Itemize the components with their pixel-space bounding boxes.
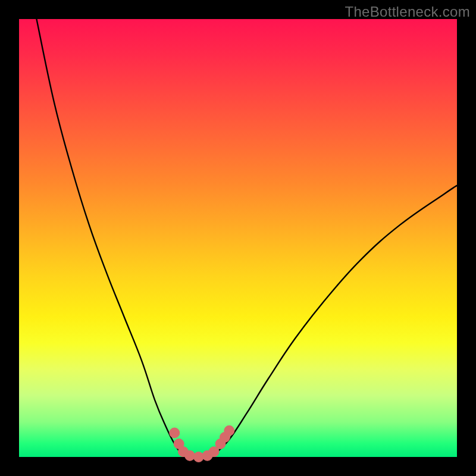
outer-frame: TheBottleneck.com	[0, 0, 476, 476]
valley-marker	[224, 425, 234, 436]
valley-markers	[170, 425, 234, 462]
watermark-text: TheBottleneck.com	[345, 4, 470, 20]
valley-marker	[193, 452, 203, 462]
valley-marker	[185, 450, 195, 461]
bottleneck-curve	[36, 19, 457, 458]
valley-marker	[170, 428, 180, 438]
chart-svg	[0, 0, 476, 476]
